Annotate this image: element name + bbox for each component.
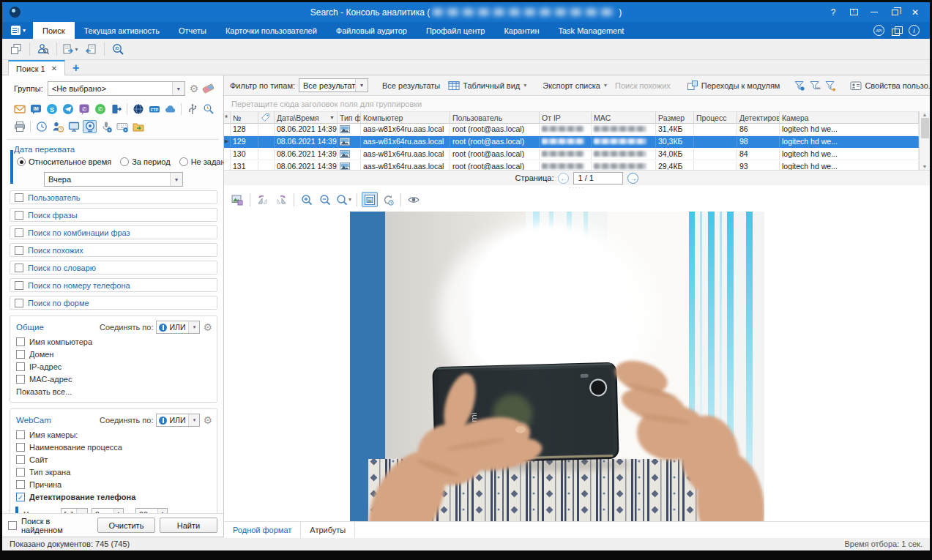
cloud-icon[interactable] <box>163 102 177 116</box>
checkbox-checked[interactable]: ✓ <box>16 493 25 501</box>
show-all-link[interactable]: Показать все... <box>16 387 212 396</box>
webcam-item-process-name[interactable]: Наименование процесса <box>16 443 212 452</box>
zoom-out-icon[interactable] <box>317 192 333 207</box>
checkbox[interactable] <box>15 299 23 307</box>
next-page-button[interactable]: → <box>627 173 638 184</box>
col-row-marker[interactable]: * <box>224 111 231 124</box>
im-icon[interactable]: IM <box>29 102 42 116</box>
table-scrollbar[interactable]: ▲ ▼ <box>919 111 930 170</box>
help-button[interactable]: ? <box>824 5 842 20</box>
webcam-item-screen-type[interactable]: Тип экрана <box>16 468 212 477</box>
zoom-level-icon[interactable]: ▾ <box>335 192 352 207</box>
common-item-computer-name[interactable]: Имя компьютера <box>16 337 212 346</box>
col-size[interactable]: Размер <box>656 111 694 124</box>
col-num[interactable]: № <box>231 111 258 124</box>
search-in-found-checkbox[interactable] <box>8 521 17 530</box>
menu-item-activity[interactable]: Текущая активность <box>75 22 169 39</box>
filter-form[interactable]: Поиск по форме <box>10 296 217 310</box>
main-menu-button[interactable]: ▾ <box>2 22 33 39</box>
checkbox[interactable] <box>16 443 25 452</box>
tab-native-format[interactable]: Родной формат <box>224 522 301 538</box>
web-icon[interactable] <box>131 102 145 116</box>
menu-item-task-management[interactable]: Task Management <box>548 22 633 39</box>
user-search-icon[interactable] <box>34 40 53 58</box>
cascade-windows-icon[interactable] <box>7 40 26 58</box>
filter-phrase[interactable]: Поиск фразы <box>10 208 217 222</box>
col-detected[interactable]: Детектирова <box>737 111 780 124</box>
export-tab-icon[interactable]: ▾ <box>61 40 80 58</box>
filter-phrase-combo[interactable]: Поиск по комбинации фраз <box>10 225 217 239</box>
checkbox[interactable] <box>15 264 23 272</box>
tab-search-1[interactable]: Поиск 1 ✕ <box>8 60 65 75</box>
filter-phone-number[interactable]: Поиск по номеру телефона <box>10 278 217 292</box>
dock-window-button[interactable] <box>845 5 862 20</box>
webcam-join-combobox[interactable]: ИЛИ▾ <box>156 414 200 427</box>
usb-icon[interactable] <box>185 102 199 116</box>
menu-item-poisk[interactable]: Поиск <box>33 22 74 39</box>
close-tab-icon[interactable]: ✕ <box>51 64 57 72</box>
col-camera[interactable]: Камера <box>780 111 919 124</box>
tab-attributes[interactable]: Атрибуты <box>301 522 355 538</box>
col-from-ip[interactable]: От IP <box>540 111 592 124</box>
page-input[interactable]: 1 / 1 <box>573 172 623 184</box>
menu-item-profile-center[interactable]: Профайл центр <box>417 22 494 39</box>
type-filter-combobox[interactable]: Все результаты▾ <box>299 78 368 92</box>
logoff-icon[interactable] <box>109 102 123 116</box>
checkbox[interactable] <box>16 455 25 464</box>
telegram-icon[interactable] <box>61 102 75 116</box>
visibility-icon[interactable] <box>406 192 422 207</box>
col-datetime[interactable]: Дата\Время▼ <box>275 111 338 124</box>
checkbox[interactable] <box>15 281 23 290</box>
import-tab-icon[interactable] <box>81 40 100 58</box>
info-icon[interactable]: i <box>909 25 920 36</box>
flip-left-icon[interactable] <box>255 192 271 207</box>
filter-user[interactable]: Пользователь <box>10 190 217 204</box>
splitter-handle[interactable]: ····· <box>224 185 930 190</box>
export-list-button[interactable]: Экспорт списка▾ <box>540 81 609 90</box>
keyboard-icon[interactable] <box>115 120 129 133</box>
eraser-icon[interactable] <box>202 83 215 94</box>
common-settings-icon[interactable]: ⚙ <box>203 322 212 332</box>
menu-item-reports[interactable]: Отчеты <box>169 22 216 39</box>
filter-edit-icon[interactable] <box>824 80 836 92</box>
whatsapp-icon[interactable]: ✆ <box>93 102 107 116</box>
period-combobox[interactable]: Вчера ▾ <box>44 172 183 187</box>
scroll-down-icon[interactable]: ▼ <box>922 164 928 169</box>
filter-dictionary[interactable]: Поиск по словарю <box>10 261 217 275</box>
api-icon[interactable]: API <box>873 25 884 36</box>
menu-item-user-cards[interactable]: Карточки пользователей <box>216 22 327 39</box>
checkbox[interactable] <box>16 480 25 489</box>
checkbox[interactable] <box>16 337 25 346</box>
filter-similar[interactable]: Поиск похожих <box>10 243 217 257</box>
webcam-item-camera-name[interactable]: Имя камеры: <box>16 430 212 439</box>
minimize-button[interactable] <box>865 5 883 20</box>
common-item-ip[interactable]: IP-адрес <box>16 362 212 371</box>
checkbox[interactable] <box>16 362 25 371</box>
checkbox[interactable] <box>15 211 23 220</box>
skype-icon[interactable]: S <box>45 102 59 116</box>
webcam-settings-icon[interactable]: ⚙ <box>203 415 212 425</box>
col-tag[interactable] <box>258 111 275 124</box>
filter-clear-icon[interactable] <box>809 80 821 92</box>
col-mac[interactable]: MAC <box>592 111 656 124</box>
checkbox[interactable] <box>16 468 25 477</box>
common-item-mac[interactable]: MAC-адрес <box>16 375 212 384</box>
menu-item-file-auditor[interactable]: Файловый аудитор <box>327 22 417 39</box>
printer-icon[interactable] <box>12 120 26 133</box>
fit-to-window-icon[interactable] <box>362 192 378 207</box>
zoom-in-icon[interactable] <box>299 192 315 207</box>
webcam-item-site[interactable]: Сайт <box>16 455 212 464</box>
flip-right-icon[interactable] <box>273 192 289 207</box>
common-item-domain[interactable]: Домен <box>16 350 212 359</box>
find-button[interactable]: Найти <box>160 518 217 533</box>
checkbox[interactable] <box>15 193 23 202</box>
email-icon[interactable] <box>12 102 26 116</box>
col-filetype[interactable]: Тип фа <box>338 111 361 124</box>
reset-view-icon[interactable] <box>380 192 396 207</box>
microphone-icon[interactable] <box>99 120 113 133</box>
go-to-modules-button[interactable]: Переходы к модулям <box>685 80 783 92</box>
common-join-combobox[interactable]: ИЛИ▾ <box>156 321 200 334</box>
checkbox[interactable] <box>15 228 23 237</box>
scroll-thumb[interactable] <box>921 118 929 138</box>
table-view-button[interactable]: Табличный вид▾ <box>446 80 529 92</box>
